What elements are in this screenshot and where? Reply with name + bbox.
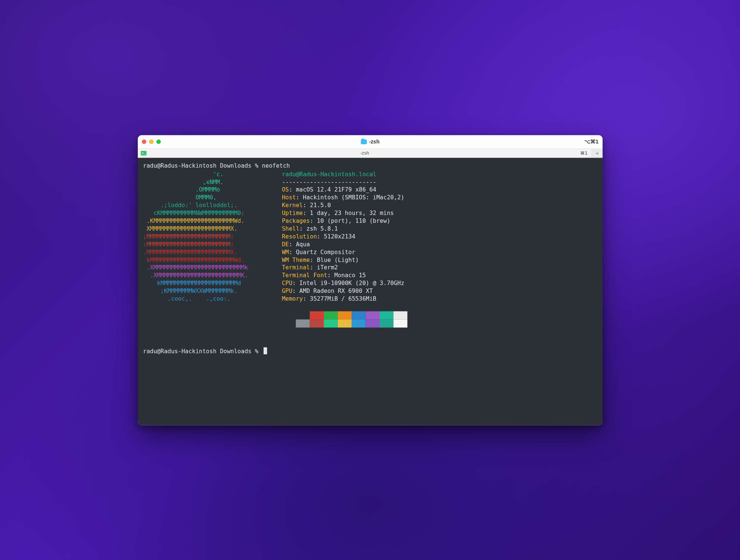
- ascii-row: .;loddo:' loolloddol;.: [143, 202, 238, 209]
- info-rows: OS: macOS 12.4 21F79 x86_64Host: Hackint…: [282, 186, 407, 303]
- info-value: macOS 12.4 21F79 x86_64: [296, 186, 376, 193]
- info-row: Shell: zsh 5.8.1: [282, 225, 407, 232]
- info-colon: :: [289, 248, 296, 255]
- ascii-row: cKMMMMMMMMMMNWMMMMMMMMMM0:: [143, 209, 244, 216]
- color-swatch: [337, 311, 351, 319]
- info-value: 1 day, 23 hours, 32 mins: [310, 209, 394, 216]
- color-swatch: [393, 319, 407, 328]
- plus-icon: +: [595, 149, 599, 156]
- info-colon: :: [299, 225, 306, 232]
- ascii-row: .OMMMMo: [143, 186, 220, 193]
- swatch-row-2: [296, 319, 407, 328]
- info-value: iTerm2: [317, 264, 337, 271]
- info-host: Radus-Hackintosh.local: [299, 170, 376, 177]
- color-swatch: [324, 311, 337, 319]
- info-colon: :: [327, 272, 334, 279]
- neofetch-output: 'c. ,xNMM. .OMMMMo OMMM0, .;loddo:' lool…: [143, 170, 597, 328]
- terminal-window: -zsh ⌥⌘1 >_ -zsh ⌘1 + radu@Radus-Hackint…: [138, 135, 603, 425]
- color-swatch: [337, 319, 351, 328]
- info-colon: :: [303, 202, 310, 209]
- info-colon: :: [303, 295, 310, 302]
- info-user: radu: [282, 170, 296, 177]
- info-separator: ---------------------------: [282, 178, 407, 186]
- info-label: CPU: [282, 279, 292, 287]
- color-swatch: [352, 311, 365, 319]
- color-swatch: [296, 319, 309, 328]
- color-swatch: [309, 311, 323, 319]
- info-row: OS: macOS 12.4 21F79 x86_64: [282, 186, 407, 193]
- user-host-line: radu@Radus-Hackintosh.local: [282, 170, 407, 178]
- window-title: -zsh: [138, 139, 603, 145]
- info-value: Aqua: [296, 240, 310, 247]
- info-label: OS: [282, 186, 289, 193]
- ascii-logo: 'c. ,xNMM. .OMMMMo OMMM0, .;loddo:' lool…: [143, 170, 268, 303]
- prompt-line-command: radu@Radus-Hackintosh Downloads % neofet…: [143, 162, 597, 170]
- ascii-row: ,xNMM.: [143, 178, 223, 185]
- info-row: Memory: 35277MiB / 65536MiB: [282, 295, 407, 303]
- info-value: Hackintosh (SMBIOS: iMac20,2): [303, 194, 404, 201]
- info-label: Packages: [282, 217, 309, 224]
- info-colon: :: [296, 194, 303, 201]
- ascii-row: ;MMMMMMMMMMMMMMMMMMMMMMMM:: [143, 232, 234, 240]
- info-row: Uptime: 1 day, 23 hours, 32 mins: [282, 209, 407, 217]
- info-row: DE: Aqua: [282, 240, 407, 248]
- add-tab-button[interactable]: +: [591, 148, 603, 157]
- cursor: [264, 347, 267, 354]
- info-label: WM: [282, 248, 289, 255]
- info-colon: :: [289, 240, 296, 247]
- ascii-row: :MMMMMMMMMMMMMMMMMMMMMMMM:: [143, 240, 234, 247]
- info-colon: :: [303, 209, 310, 216]
- tab-bar: >_ -zsh ⌘1 +: [138, 148, 603, 158]
- info-row: Kernel: 21.5.0: [282, 201, 407, 209]
- info-value: Intel i9-10900K (20) @ 3.70GHz: [299, 279, 404, 287]
- info-label: Memory: [282, 295, 302, 302]
- info-row: Resolution: 5120x2134: [282, 232, 407, 240]
- info-value: 35277MiB / 65536MiB: [310, 295, 376, 302]
- info-colon: :: [310, 264, 317, 271]
- info-value: Quartz Compositor: [296, 248, 355, 255]
- info-value: 21.5.0: [310, 202, 331, 209]
- system-info: radu@Radus-Hackintosh.local ------------…: [282, 170, 407, 328]
- info-value: Blue (Light): [317, 256, 359, 263]
- info-row: CPU: Intel i9-10900K (20) @ 3.70GHz: [282, 279, 407, 287]
- info-colon: :: [310, 256, 317, 263]
- ascii-row: 'c.: [143, 170, 223, 177]
- info-value: Monaco 15: [334, 272, 366, 279]
- color-swatch: [352, 319, 365, 328]
- swatch-row-1: [296, 311, 407, 319]
- spacer: [143, 328, 597, 347]
- prompt-text: radu@Radus-Hackintosh Downloads %: [143, 348, 262, 355]
- zoom-button[interactable]: [156, 139, 161, 144]
- info-value: 5120x2134: [324, 232, 355, 240]
- info-label: Host: [282, 194, 296, 201]
- color-swatch: [309, 319, 323, 328]
- close-button[interactable]: [142, 139, 146, 144]
- tab-zsh[interactable]: >_ -zsh ⌘1: [138, 148, 591, 157]
- info-colon: :: [317, 232, 324, 240]
- ascii-row: .cooc,. .,coo:.: [143, 295, 231, 302]
- info-label: Terminal Font: [282, 272, 327, 279]
- tab-label: -zsh: [360, 150, 369, 155]
- info-value: AMD Radeon RX 6900 XT: [299, 287, 372, 294]
- info-value: zsh 5.8.1: [306, 225, 338, 232]
- color-swatch: [379, 311, 393, 319]
- ascii-row: .XMMMMMMMMMMMMMMMMMMMMMMMMK.: [143, 272, 248, 279]
- color-swatches: [296, 311, 407, 328]
- minimize-button[interactable]: [149, 139, 153, 144]
- info-colon: :: [292, 287, 299, 294]
- color-swatch: [393, 311, 407, 319]
- ascii-row: .KMMMMMMMMMMMMMMMMMMMMMMMWd.: [143, 217, 244, 224]
- window-titlebar: -zsh ⌥⌘1: [138, 135, 603, 148]
- info-colon: :: [292, 279, 299, 287]
- color-swatch: [379, 319, 393, 328]
- ascii-row: kMMMMMMMMMMMMMMMMMMMMMMd: [143, 279, 241, 287]
- window-title-text: -zsh: [369, 139, 379, 145]
- info-label: Shell: [282, 225, 299, 232]
- info-label: GPU: [282, 287, 292, 294]
- prompt-line-idle: radu@Radus-Hackintosh Downloads %: [143, 347, 597, 355]
- terminal-body[interactable]: radu@Radus-Hackintosh Downloads % neofet…: [138, 158, 603, 425]
- folder-icon: [361, 139, 367, 144]
- prompt-icon: >_: [140, 151, 146, 155]
- info-label: DE: [282, 240, 289, 247]
- info-label: Resolution: [282, 232, 317, 240]
